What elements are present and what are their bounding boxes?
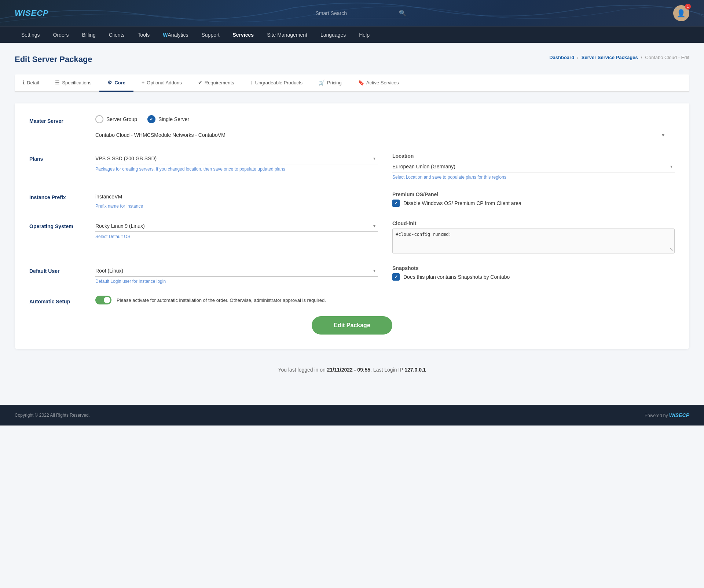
premium-os-checkbox[interactable] — [392, 200, 400, 207]
toggle-row: Please activate for automatic installati… — [95, 296, 675, 304]
bottom-footer: Copyright © 2022 All Rights Reserved. Po… — [0, 405, 704, 426]
tab-core[interactable]: ⚙ Core — [99, 74, 133, 92]
optional-addons-icon: + — [142, 80, 144, 85]
snapshots-label: Snapshots — [392, 265, 675, 271]
tab-bar: ℹ Detail ☰ Specifications ⚙ Core + Optio… — [15, 74, 689, 92]
default-user-arrow: ▾ — [373, 268, 375, 273]
tab-pricing[interactable]: 🛒 Pricing — [311, 74, 350, 92]
snapshots-checkbox-row: Does this plan contains Snapshots by Con… — [392, 273, 675, 281]
instance-row: Instance Prefix Prefix name for Instance… — [29, 191, 675, 209]
cloud-init-label: Cloud-init — [392, 220, 675, 226]
search-input[interactable] — [315, 10, 396, 16]
single-server-label: Single Server — [158, 116, 189, 122]
breadcrumb-packages[interactable]: Server Service Packages — [582, 55, 638, 60]
resize-handle[interactable]: ⤡ — [670, 247, 673, 252]
premium-os-text: Disable Windows OS/ Premium CP from Clie… — [403, 200, 521, 206]
page-title: Edit Server Package — [15, 55, 92, 64]
tab-upgradeable-products[interactable]: ↑ Upgradeable Products — [242, 74, 311, 92]
nav-help[interactable]: Help — [352, 27, 376, 43]
footer-powered-text: Powered by — [645, 413, 669, 418]
footer-logo-suffix: CP — [682, 412, 689, 418]
footer-logo-text: WISE — [669, 412, 682, 418]
breadcrumb-sep2: / — [641, 55, 642, 60]
server-dropdown-arrow: ▾ — [662, 132, 664, 138]
snapshots-right: Snapshots Does this plan contains Snapsh… — [392, 265, 675, 284]
snapshots-text: Does this plan contains Snapshots by Con… — [403, 274, 510, 280]
os-dropdown[interactable]: Rocky Linux 9 (Linux) ▾ — [95, 220, 378, 232]
plans-left: VPS S SSD (200 GB SSD) ▾ Packages for cr… — [95, 153, 378, 180]
os-arrow: ▾ — [373, 223, 375, 229]
os-select[interactable]: Rocky Linux 9 (Linux) — [95, 223, 367, 229]
breadcrumb: Dashboard / Server Service Packages / Co… — [549, 55, 689, 60]
page-header: Edit Server Package Dashboard / Server S… — [15, 55, 689, 64]
tab-optional-addons[interactable]: + Optional Addons — [133, 74, 190, 92]
tab-optional-addons-label: Optional Addons — [147, 80, 182, 85]
automatic-setup-row: Automatic Setup Please activate for auto… — [29, 296, 675, 304]
nav-tools[interactable]: Tools — [131, 27, 157, 43]
plans-hint: Packages for creating servers, if you ch… — [95, 167, 378, 172]
tab-upgradeable-label: Upgradeable Products — [255, 80, 302, 85]
tab-active-services[interactable]: 🔖 Active Services — [350, 74, 407, 92]
specifications-icon: ☰ — [55, 80, 60, 85]
server-group-label: Server Group — [106, 116, 137, 122]
footer-info-ip: 127.0.0.1 — [404, 367, 426, 373]
footer-info-prefix: You last logged in on — [278, 367, 327, 373]
automatic-setup-toggle[interactable] — [95, 296, 111, 304]
tab-specifications[interactable]: ☰ Specifications — [47, 74, 99, 92]
location-arrow: ▾ — [670, 164, 672, 169]
tab-detail-label: Detail — [27, 80, 39, 85]
default-user-split: Root (Linux) ▾ Default Login user for In… — [95, 265, 675, 284]
detail-icon: ℹ — [23, 80, 25, 85]
breadcrumb-current: Contabo Cloud - Edit — [645, 55, 689, 60]
nav-billing[interactable]: Billing — [75, 27, 102, 43]
nav-orders[interactable]: Orders — [47, 27, 76, 43]
plans-dropdown[interactable]: VPS S SSD (200 GB SSD) ▾ — [95, 153, 378, 164]
plans-row: Plans VPS S SSD (200 GB SSD) ▾ Packages … — [29, 153, 675, 180]
location-dropdown[interactable]: European Union (Germany) ▾ — [392, 161, 675, 172]
server-group-option[interactable]: Server Group — [95, 115, 137, 123]
default-user-dropdown[interactable]: Root (Linux) ▾ — [95, 265, 378, 277]
single-server-radio[interactable] — [147, 115, 155, 123]
nav-support[interactable]: Support — [195, 27, 226, 43]
search-bar[interactable]: 🔍 — [312, 8, 409, 18]
nav-clients[interactable]: Clients — [102, 27, 131, 43]
plans-content: VPS S SSD (200 GB SSD) ▾ Packages for cr… — [95, 153, 675, 180]
form-area: Master Server Server Group Single Server… — [15, 103, 689, 349]
tab-specifications-label: Specifications — [62, 80, 91, 85]
default-user-select[interactable]: Root (Linux) — [95, 268, 367, 274]
master-server-content: Server Group Single Server Contabo Cloud… — [95, 115, 675, 141]
location-select[interactable]: European Union (Germany) — [392, 164, 664, 169]
default-user-hint: Default Login user for Instance login — [95, 279, 378, 284]
breadcrumb-dashboard[interactable]: Dashboard — [549, 55, 574, 60]
footer-info-middle: . Last Login IP — [370, 367, 404, 373]
plans-label: Plans — [29, 153, 95, 162]
edit-package-button[interactable]: Edit Package — [312, 316, 392, 335]
automatic-setup-label: Automatic Setup — [29, 296, 95, 304]
single-server-option[interactable]: Single Server — [147, 115, 189, 123]
nav-languages[interactable]: Languages — [314, 27, 352, 43]
nav-site-management[interactable]: Site Management — [260, 27, 314, 43]
nav-services[interactable]: Services — [226, 27, 261, 43]
os-label: Operating System — [29, 220, 95, 229]
tab-core-label: Core — [114, 80, 125, 85]
cloud-init-value: #cloud-config runcmd: — [396, 232, 451, 237]
os-left: Rocky Linux 9 (Linux) ▾ Select Default O… — [95, 220, 378, 253]
nav-w-highlight: W — [163, 32, 168, 38]
cloud-init-textarea[interactable]: #cloud-config runcmd: ⤡ — [392, 229, 675, 253]
snapshots-checkbox[interactable] — [392, 273, 400, 281]
server-dropdown[interactable]: Contabo Cloud - WHMCSModule Networks - C… — [95, 129, 675, 141]
nav-settings[interactable]: Settings — [15, 27, 47, 43]
plans-select[interactable]: VPS S SSD (200 GB SSD) — [95, 156, 367, 161]
location-hint: Select Location and save to populate pla… — [392, 175, 675, 180]
master-server-row: Master Server Server Group Single Server… — [29, 115, 675, 141]
tab-detail[interactable]: ℹ Detail — [15, 74, 47, 92]
server-type-radio-group: Server Group Single Server — [95, 115, 675, 123]
tab-requirements[interactable]: ✔ Requirements — [190, 74, 242, 92]
instance-prefix-label: Instance Prefix — [29, 191, 95, 200]
premium-os-checkbox-row: Disable Windows OS/ Premium CP from Clie… — [392, 200, 675, 207]
nav-wanalytics[interactable]: WAnalytics — [156, 27, 195, 43]
os-content: Rocky Linux 9 (Linux) ▾ Select Default O… — [95, 220, 675, 253]
server-group-radio[interactable] — [95, 115, 103, 123]
avatar[interactable]: 👤 1 — [673, 5, 689, 21]
instance-prefix-input[interactable] — [95, 191, 378, 202]
